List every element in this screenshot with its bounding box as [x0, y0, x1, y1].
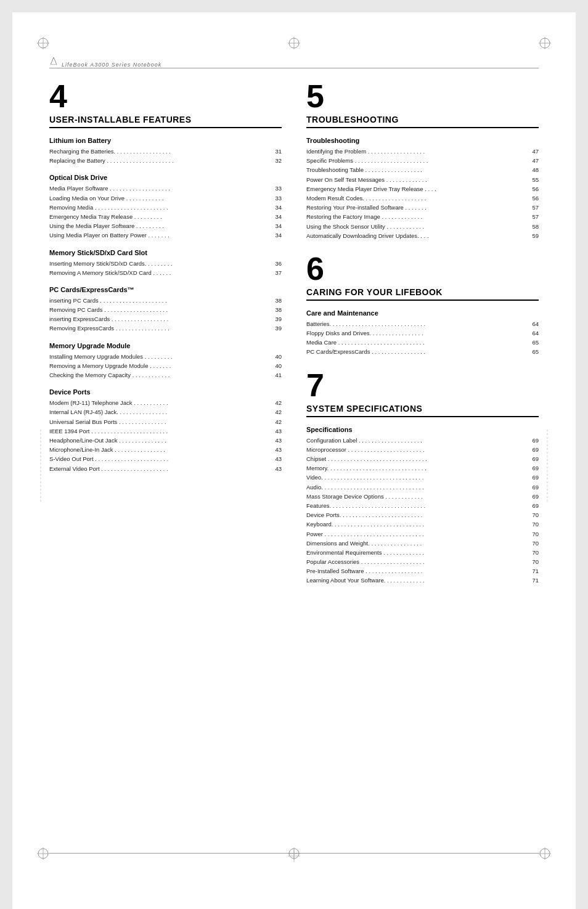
reg-mark-tm [288, 37, 300, 49]
section-heading-memupgrade: Memory Upgrade Module [49, 342, 282, 349]
right-column: 5 TROUBLESHOOTING Troubleshooting Identi… [306, 80, 539, 847]
section-heading-care: Care and Maintenance [306, 309, 539, 317]
toc-entry: inserting PC Cards . . . . . . . . . . .… [49, 296, 282, 305]
toc-entry: Loading Media on Your Drive . . . . . . … [49, 194, 282, 203]
toc-entry: IEEE 1394 Port . . . . . . . . . . . . .… [49, 426, 282, 436]
section-heading-troubleshooting: Troubleshooting [306, 137, 539, 144]
footer-center [288, 850, 300, 865]
chapter-5-num: 5 [306, 80, 539, 112]
toc-entry: Specific Problems . . . . . . . . . . . … [306, 156, 539, 165]
reg-mark-tr [539, 37, 551, 49]
section-heading-lithium: Lithium ion Battery [49, 137, 282, 144]
toc-entry: Installing Memory Upgrade Modules . . . … [49, 352, 282, 361]
toc-entry: Using Media Player on Battery Power . . … [49, 230, 282, 240]
header-text: LifeBook A3000 Series Notebook [62, 62, 161, 68]
section-heading-specs: Specifications [306, 426, 539, 433]
toc-entry: Inserting Memory Stick/SD/xD Cards. . . … [49, 259, 282, 268]
toc-entry: Restoring Your Pre-installed Software . … [306, 203, 539, 212]
toc-entry: Headphone/Line-Out Jack . . . . . . . . … [49, 436, 282, 445]
svg-marker-20 [51, 57, 57, 65]
toc-entry: Configuration Label . . . . . . . . . . … [306, 436, 539, 445]
reg-mark-bl [37, 847, 49, 860]
page: LifeBook A3000 Series Notebook 4 USER-IN… [12, 12, 576, 909]
toc-entry: Recharging the Batteries. . . . . . . . … [49, 147, 282, 156]
toc-entry: inserting ExpressCards . . . . . . . . .… [49, 314, 282, 324]
toc-entry: Removing Media . . . . . . . . . . . . .… [49, 203, 282, 212]
toc-entry: Removing ExpressCards . . . . . . . . . … [49, 324, 282, 333]
toc-entry: Environmental Requirements . . . . . . .… [306, 548, 539, 557]
toc-entry: Emergency Media Tray Release . . . . . .… [49, 212, 282, 221]
chapter-6-num: 6 [306, 253, 539, 285]
toc-entry: Video. . . . . . . . . . . . . . . . . .… [306, 473, 539, 482]
toc-entry: Modem Result Codes. . . . . . . . . . . … [306, 194, 539, 203]
toc-entry: Using the Shock Sensor Utility . . . . .… [306, 222, 539, 231]
toc-entry: Chipset . . . . . . . . . . . . . . . . … [306, 454, 539, 463]
toc-entry: Removing a Memory Upgrade Module . . . .… [49, 361, 282, 370]
toc-entry: Troubleshooting Table . . . . . . . . . … [306, 165, 539, 174]
toc-entry: S-Video Out Port . . . . . . . . . . . .… [49, 454, 282, 463]
toc-entry: Universal Serial Bus Ports . . . . . . .… [49, 417, 282, 426]
toc-entry: Memory. . . . . . . . . . . . . . . . . … [306, 463, 539, 473]
toc-entry: Microphone/Line-In Jack . . . . . . . . … [49, 445, 282, 454]
reg-mark-br [539, 847, 551, 860]
header-line [49, 68, 539, 68]
section-heading-deviceports: Device Ports [49, 388, 282, 396]
toc-entry: Features. . . . . . . . . . . . . . . . … [306, 501, 539, 510]
toc-entry: Automatically Downloading Driver Updates… [306, 231, 539, 240]
toc-entry: Checking the Memory Capacity . . . . . .… [49, 370, 282, 380]
section-heading-optical: Optical Disk Drive [49, 174, 282, 181]
section-heading-memorystick: Memory Stick/SD/xD Card Slot [49, 249, 282, 256]
chapter-4-title: USER-INSTALLABLE FEATURES [49, 115, 282, 128]
toc-entry: Media Care . . . . . . . . . . . . . . .… [306, 338, 539, 347]
left-column: 4 USER-INSTALLABLE FEATURES Lithium ion … [49, 80, 282, 847]
toc-entry: PC Cards/ExpressCards . . . . . . . . . … [306, 347, 539, 356]
toc-entry: Emergency Media Player Drive Tray Releas… [306, 184, 539, 194]
toc-entry: Restoring the Factory Image . . . . . . … [306, 212, 539, 221]
toc-entry: Microprocessor . . . . . . . . . . . . .… [306, 445, 539, 454]
toc-entry: Popular Accessories . . . . . . . . . . … [306, 557, 539, 566]
toc-entry: Using the Media Player Software . . . . … [49, 221, 282, 230]
toc-entry: Media Player Software . . . . . . . . . … [49, 184, 282, 193]
toc-entry: Floppy Disks and Drives. . . . . . . . .… [306, 328, 539, 338]
section-heading-pccards: PC Cards/ExpressCards™ [49, 286, 282, 293]
toc-entry: Mass Storage Device Options . . . . . . … [306, 492, 539, 501]
toc-entry: Internal LAN (RJ-45) Jack. . . . . . . .… [49, 407, 282, 417]
fold-mark-left [37, 430, 44, 505]
toc-entry: Power . . . . . . . . . . . . . . . . . … [306, 529, 539, 539]
toc-entry: Batteries. . . . . . . . . . . . . . . .… [306, 319, 539, 328]
toc-entry: Removing PC Cards . . . . . . . . . . . … [49, 305, 282, 314]
chapter-7-num: 7 [306, 369, 539, 401]
toc-entry: Learning About Your Software. . . . . . … [306, 576, 539, 585]
toc-entry: Audio. . . . . . . . . . . . . . . . . .… [306, 483, 539, 492]
chapter-6-title: CARING FOR YOUR LIFEBOOK [306, 287, 539, 301]
toc-entry: Replacing the Battery . . . . . . . . . … [49, 156, 282, 165]
chapter-5-title: TROUBLESHOOTING [306, 115, 539, 128]
content-area: 4 USER-INSTALLABLE FEATURES Lithium ion … [49, 80, 539, 847]
toc-entry: Modem (RJ-11) Telephone Jack . . . . . .… [49, 398, 282, 407]
fold-mark-right [544, 430, 551, 505]
toc-entry: Keyboard. . . . . . . . . . . . . . . . … [306, 520, 539, 529]
reg-mark-tl [37, 37, 49, 49]
toc-entry: External Video Port . . . . . . . . . . … [49, 464, 282, 473]
chapter-4-num: 4 [49, 80, 282, 112]
toc-entry: Pre-Installed Software . . . . . . . . .… [306, 566, 539, 576]
toc-entry: Identifying the Problem . . . . . . . . … [306, 147, 539, 156]
toc-entry: Device Ports. . . . . . . . . . . . . . … [306, 510, 539, 520]
toc-entry: Dimensions and Weight. . . . . . . . . .… [306, 539, 539, 548]
chapter-7-title: SYSTEM SPECIFICATIONS [306, 404, 539, 417]
toc-entry: Power On Self Test Messages . . . . . . … [306, 175, 539, 184]
page-indicator [51, 57, 58, 65]
toc-entry: Removing A Memory Stick/SD/XD Card . . .… [49, 268, 282, 277]
